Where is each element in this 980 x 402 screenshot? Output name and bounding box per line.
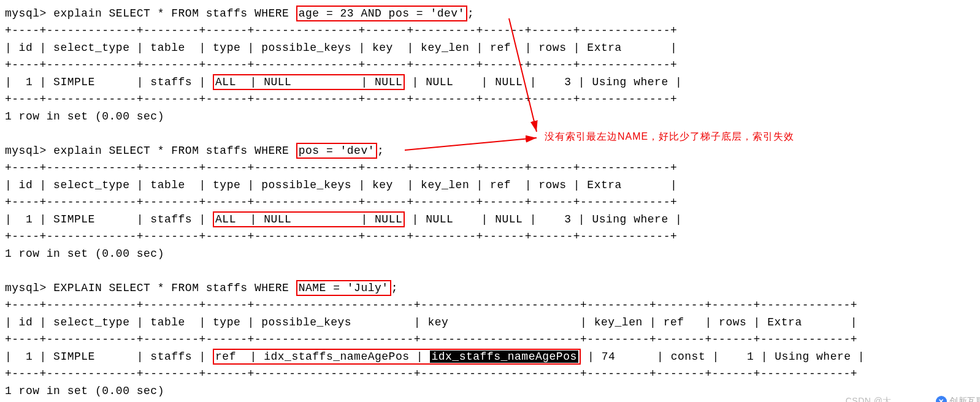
table2-sep-mid: +----+-------------+--------+------+----…: [5, 194, 980, 211]
table3-header: | id | select_type | table | type | poss…: [5, 314, 980, 331]
query2-post: ;: [377, 145, 384, 157]
table3-sep-bot: +----+-------------+--------+------+----…: [5, 365, 980, 382]
query2-command: mysql> explain SELECT * FROM staffs WHER…: [5, 142, 980, 159]
table1-mid2: |: [291, 76, 375, 88]
table2-type: ALL: [215, 213, 236, 226]
query2-footer: 1 row in set (0.00 sec): [5, 245, 980, 262]
mysql-prompt: mysql>: [5, 282, 53, 294]
query1-where-box: age = 23 AND pos = 'dev': [296, 6, 467, 21]
table1-possible-keys: NULL: [264, 76, 291, 88]
query3-footer: 1 row in set (0.00 sec): [5, 382, 980, 400]
table1-key: NULL: [375, 76, 402, 88]
query2-pre: explain SELECT * FROM staffs WHERE: [53, 145, 296, 157]
table1-row-pre: | 1 | SIMPLE | staffs |: [5, 76, 213, 88]
table2-row: | 1 | SIMPLE | staffs | ALL | NULL | NUL…: [5, 211, 980, 228]
query3-where-box: NAME = 'July': [296, 280, 391, 296]
table1-sep-mid: +----+-------------+--------+------+----…: [5, 56, 980, 74]
blank1: [5, 125, 980, 142]
table2-type-key-box: ALL | NULL | NULL: [213, 211, 405, 227]
query3-pre: EXPLAIN SELECT * FROM staffs WHERE: [53, 282, 296, 294]
mysql-prompt: mysql>: [5, 145, 53, 157]
query1-command: mysql> explain SELECT * FROM staffs WHER…: [5, 5, 980, 22]
query1-post: ;: [467, 7, 474, 20]
table1-sep-top: +----+-------------+--------+------+----…: [5, 22, 980, 39]
table3-key-highlight: idx_staffs_nameAgePos: [430, 351, 578, 363]
table3-mid2: |: [410, 351, 431, 363]
query1-pre: explain SELECT * FROM staffs WHERE: [53, 7, 296, 20]
watermark-right-text: 创新互联: [949, 396, 980, 402]
table2-sep-bot: +----+-------------+--------+------+----…: [5, 228, 980, 245]
watermark-right: ✕ 创新互联: [936, 396, 980, 402]
annotation-text: 没有索引最左边NAME，好比少了梯子底层，索引失效: [545, 131, 794, 143]
table1-type: ALL: [215, 76, 236, 88]
table1-sep-bot: +----+-------------+--------+------+----…: [5, 91, 980, 108]
table1-type-key-box: ALL | NULL | NULL: [213, 74, 405, 90]
table2-header: | id | select_type | table | type | poss…: [5, 176, 980, 194]
logo-icon: ✕: [936, 396, 947, 402]
blank2: [5, 262, 980, 279]
table2-row-post: | NULL | NULL | 3 | Using where |: [405, 213, 682, 226]
table2-mid1: |: [236, 213, 264, 226]
table3-sep-top: +----+-------------+--------+------+----…: [5, 297, 980, 314]
table3-possible-keys: idx_staffs_nameAgePos: [264, 351, 409, 363]
table3-row-post: | 74 | const | 1 | Using where |: [581, 351, 865, 363]
table3-row-pre: | 1 | SIMPLE | staffs |: [5, 351, 213, 363]
query3-command: mysql> EXPLAIN SELECT * FROM staffs WHER…: [5, 279, 980, 297]
table1-mid1: |: [236, 76, 264, 88]
table3-type-key-box: ref | idx_staffs_nameAgePos | idx_staffs…: [213, 349, 581, 365]
query1-footer: 1 row in set (0.00 sec): [5, 108, 980, 125]
table2-sep-top: +----+-------------+--------+------+----…: [5, 159, 980, 176]
table3-mid1: |: [236, 351, 264, 363]
table3-row: | 1 | SIMPLE | staffs | ref | idx_staffs…: [5, 348, 980, 365]
mysql-prompt: mysql>: [5, 7, 53, 20]
table2-possible-keys: NULL: [264, 213, 291, 226]
table2-key: NULL: [375, 213, 402, 226]
table1-row: | 1 | SIMPLE | staffs | ALL | NULL | NUL…: [5, 74, 980, 91]
query3-post: ;: [391, 282, 398, 294]
table2-row-pre: | 1 | SIMPLE | staffs |: [5, 213, 213, 226]
watermark-csdn: CSDN @大: [846, 396, 892, 402]
table3-sep-mid: +----+-------------+--------+------+----…: [5, 331, 980, 348]
table3-type: ref: [215, 351, 236, 363]
table1-header: | id | select_type | table | type | poss…: [5, 39, 980, 56]
table1-row-post: | NULL | NULL | 3 | Using where |: [405, 76, 682, 88]
query2-where-box: pos = 'dev': [296, 143, 377, 159]
table2-mid2: |: [291, 213, 375, 226]
